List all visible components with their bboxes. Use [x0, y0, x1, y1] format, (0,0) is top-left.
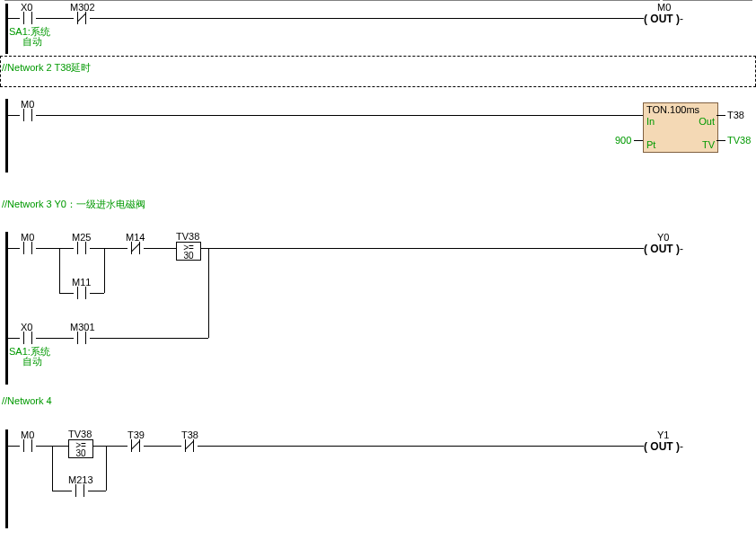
fb-port-in: In: [646, 116, 655, 127]
divider-left-n2: [0, 56, 1, 86]
wire: [144, 446, 181, 447]
label-m0-n4: M0: [21, 429, 34, 440]
power-rail-n3: [5, 232, 8, 385]
contact-no-x0-n3: [20, 332, 36, 344]
wire: [8, 115, 20, 116]
label-pt-val: 900: [615, 135, 631, 146]
divider-bot-n2: [0, 86, 756, 87]
wire: [90, 338, 208, 339]
coil-y0: ( OUT )-: [644, 243, 683, 255]
wire: [59, 293, 74, 294]
function-block-ton: TON.100ms In Out Pt TV: [643, 102, 718, 153]
wire: [144, 248, 176, 249]
compare-tv38-n4: >= 30: [68, 439, 93, 458]
power-rail-n1: [5, 4, 8, 54]
label-m11: M11: [72, 277, 91, 288]
top-border2: [663, 0, 752, 1]
wire: [90, 248, 127, 249]
cmp-val: 30: [177, 252, 200, 260]
ladder-diagram: ( OUT )- X0 M302 M0 SA1:系统 自动 //Network …: [0, 0, 756, 540]
vwire: [59, 248, 60, 293]
cmp-val-n4: 30: [69, 449, 92, 457]
wire: [52, 491, 72, 491]
coil-m0: ( OUT )-: [644, 13, 683, 25]
wire: [8, 248, 20, 249]
label-t38-n4: T38: [181, 429, 198, 440]
label-sa1-auto-n3: SA1:系统 自动: [9, 347, 50, 367]
vwire: [208, 248, 209, 338]
wire: [200, 248, 644, 249]
contact-no-m0-n3: [20, 242, 36, 254]
wire: [8, 446, 20, 447]
coil-y1: ( OUT )-: [644, 440, 683, 453]
wire: [8, 338, 20, 339]
wire: [90, 293, 104, 294]
wire: [716, 140, 725, 141]
contact-nc-m14: [127, 242, 144, 254]
label-m301: M301: [70, 322, 95, 332]
wire: [36, 18, 74, 19]
wire: [36, 115, 643, 116]
vwire: [104, 248, 105, 293]
label-m302: M302: [70, 2, 95, 13]
label-y1: Y1: [657, 429, 669, 440]
label-tv38-n3: TV38: [176, 231, 199, 242]
power-rail-n2: [5, 99, 8, 173]
contact-nc-t39: [127, 439, 144, 452]
contact-no-m0-n4: [20, 439, 36, 452]
comment-network2: //Network 2 T38延时: [2, 61, 91, 75]
comment-network3: //Network 3 Y0：一级进水电磁阀: [2, 198, 145, 211]
label-y0: Y0: [657, 232, 669, 243]
contact-no-m11: [74, 287, 90, 299]
wire: [92, 446, 127, 447]
wire: [716, 115, 725, 116]
fb-port-tv: TV: [702, 139, 715, 150]
contact-no-m0: [20, 109, 36, 121]
fb-port-pt: Pt: [646, 139, 655, 150]
label-m14: M14: [126, 232, 145, 243]
wire: [90, 18, 644, 19]
top-border1: [4, 0, 660, 1]
label-tv38-n4: TV38: [68, 429, 92, 439]
wire: [8, 18, 20, 19]
label-m0-n3: M0: [21, 232, 34, 243]
label-m0-n2: M0: [21, 99, 34, 110]
label-x0-n3: X0: [21, 322, 32, 332]
fb-port-out: Out: [699, 116, 715, 127]
contact-nc-t38: [181, 439, 198, 452]
contact-no-x0: [20, 12, 36, 24]
label-x0: X0: [21, 2, 32, 13]
contact-no-m25: [74, 242, 90, 254]
label-sa1-auto: SA1:系统 自动: [9, 27, 50, 47]
contact-no-m213: [72, 484, 88, 497]
wire: [634, 140, 643, 141]
wire: [36, 338, 74, 339]
fb-title: TON.100ms: [646, 104, 699, 115]
label-tv38: TV38: [727, 135, 751, 146]
label-m213: M213: [68, 474, 93, 485]
comment-network4: //Network 4: [2, 395, 52, 406]
contact-no-m301: [74, 332, 90, 344]
contact-nc-m302: [74, 12, 90, 24]
compare-tv38-n3: >= 30: [176, 242, 201, 261]
wire: [198, 446, 644, 447]
label-m25: M25: [72, 232, 91, 243]
label-m0: M0: [657, 2, 671, 13]
label-t38: T38: [727, 110, 744, 120]
label-t39: T39: [127, 429, 145, 440]
power-rail-n4: [5, 429, 8, 528]
vwire: [52, 446, 53, 491]
wire: [36, 248, 74, 249]
wire: [88, 491, 106, 491]
divider-top-n2: [0, 56, 756, 57]
vwire: [106, 446, 107, 491]
